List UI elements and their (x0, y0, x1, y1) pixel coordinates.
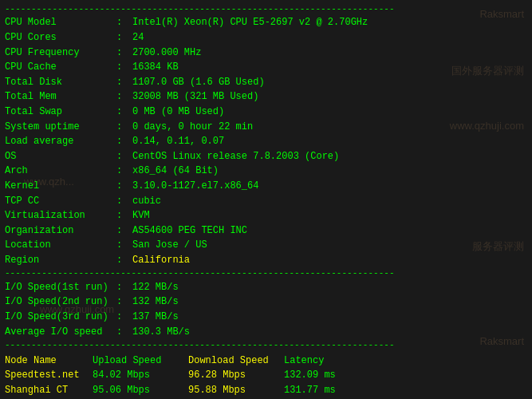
table-row: Shanghai CT95.06 Mbps95.88 Mbps131.77 ms (5, 383, 527, 398)
header-download: Download Speed (188, 354, 284, 369)
io-avg-row: Average I/O speed : 130.3 MB/s (5, 325, 527, 340)
cpu-cores-label: CPU Cores (5, 30, 116, 45)
io-run1-row: I/O Speed(1st run) : 122 MB/s (5, 280, 527, 295)
kernel-value: 3.10.0-1127.el7.x86_64 (132, 179, 258, 194)
cell-node-name: Shanghai CT (5, 383, 93, 398)
total-swap-label: Total Swap (5, 105, 116, 120)
cell-node-name: Speedtest.net (5, 368, 93, 383)
arch-row: Arch : x86_64 (64 Bit) (5, 164, 527, 179)
io-avg-label: Average I/O speed (5, 325, 116, 340)
total-disk-row: Total Disk : 1107.0 GB (1.6 GB Used) (5, 75, 527, 90)
org-label: Organization (5, 223, 116, 239)
network-table: Node Name Upload Speed Download Speed La… (5, 354, 527, 399)
org-value: AS54600 PEG TECH INC (132, 223, 247, 239)
cpu-cache-value: 16384 KB (132, 60, 179, 75)
kernel-label: Kernel (5, 179, 116, 194)
header-upload: Upload Speed (93, 354, 188, 369)
os-value: CentOS Linux release 7.8.2003 (Core) (132, 149, 339, 164)
io-run3-value: 137 MB/s (132, 310, 179, 325)
total-mem-row: Total Mem : 32008 MB (321 MB Used) (5, 89, 527, 105)
cell-download: 95.88 Mbps (188, 383, 284, 398)
load-label: Load average (5, 134, 116, 149)
cell-latency: 132.09 ms (284, 368, 356, 383)
io-run2-row: I/O Speed(2nd run) : 132 MB/s (5, 294, 527, 310)
location-label: Location (5, 238, 116, 253)
uptime-value: 0 days, 0 hour 22 min (132, 120, 253, 135)
cpu-cores-row: CPU Cores : 24 (5, 30, 527, 45)
io-run2-value: 132 MB/s (132, 294, 179, 310)
tcp-label: TCP CC (5, 194, 116, 209)
virt-label: Virtualization (5, 208, 116, 223)
cpu-model-label: CPU Model (5, 15, 116, 30)
cpu-model-value: Intel(R) Xeon(R) CPU E5-2697 v2 @ 2.70GH… (132, 15, 368, 30)
divider-mid1: ----------------------------------------… (5, 267, 527, 279)
table-rows: Speedtest.net84.02 Mbps96.28 Mbps132.09 … (5, 368, 527, 399)
cell-upload: 84.02 Mbps (93, 368, 188, 383)
uptime-row: System uptime : 0 days, 0 hour 22 min (5, 120, 527, 135)
cpu-freq-label: CPU Frequency (5, 45, 116, 61)
divider-top: ----------------------------------------… (5, 3, 527, 15)
cpu-model-row: CPU Model : Intel(R) Xeon(R) CPU E5-2697… (5, 15, 527, 30)
io-run1-value: 122 MB/s (132, 280, 179, 295)
total-swap-value: 0 MB (0 MB Used) (132, 105, 224, 120)
total-swap-row: Total Swap : 0 MB (0 MB Used) (5, 105, 527, 120)
cpu-freq-value: 2700.000 MHz (132, 45, 201, 61)
arch-label: Arch (5, 164, 116, 179)
io-run3-label: I/O Speed(3rd run) (5, 310, 116, 325)
main-container: ----------------------------------------… (0, 0, 532, 399)
region-value: California (132, 253, 190, 268)
kernel-row: Kernel : 3.10.0-1127.el7.x86_64 (5, 179, 527, 194)
io-avg-value: 130.3 MB/s (132, 325, 190, 340)
total-disk-label: Total Disk (5, 75, 116, 90)
virt-row: Virtualization : KVM (5, 208, 527, 223)
tcp-value: cubic (132, 194, 161, 209)
cpu-cores-value: 24 (132, 30, 144, 45)
header-node: Node Name (5, 354, 93, 369)
cpu-cache-row: CPU Cache : 16384 KB (5, 60, 527, 75)
virt-value: KVM (132, 208, 150, 223)
total-disk-value: 1107.0 GB (1.6 GB Used) (132, 75, 265, 90)
uptime-label: System uptime (5, 120, 116, 135)
region-label: Region (5, 253, 116, 268)
cell-upload: 95.06 Mbps (93, 383, 188, 398)
io-run3-row: I/O Speed(3rd run) : 137 MB/s (5, 310, 527, 325)
io-run2-label: I/O Speed(2nd run) (5, 294, 116, 310)
load-value: 0.14, 0.11, 0.07 (132, 134, 224, 149)
io-run1-label: I/O Speed(1st run) (5, 280, 116, 295)
total-mem-value: 32008 MB (321 MB Used) (132, 89, 258, 105)
os-label: OS (5, 149, 116, 164)
arch-value: x86_64 (64 Bit) (132, 164, 219, 179)
region-row: Region : California (5, 253, 527, 268)
header-latency: Latency (284, 354, 356, 369)
cell-download: 96.28 Mbps (188, 368, 284, 383)
location-row: Location : San Jose / US (5, 238, 527, 253)
cell-latency: 131.77 ms (284, 383, 356, 398)
cpu-freq-row: CPU Frequency : 2700.000 MHz (5, 45, 527, 61)
tcp-row: TCP CC : cubic (5, 194, 527, 209)
total-mem-label: Total Mem (5, 89, 116, 105)
location-value: San Jose / US (132, 238, 207, 253)
os-row: OS : CentOS Linux release 7.8.2003 (Core… (5, 149, 527, 164)
cpu-cache-label: CPU Cache (5, 60, 116, 75)
load-row: Load average : 0.14, 0.11, 0.07 (5, 134, 527, 149)
divider-mid2: ----------------------------------------… (5, 339, 527, 351)
table-row: Speedtest.net84.02 Mbps96.28 Mbps132.09 … (5, 368, 527, 383)
table-header-row: Node Name Upload Speed Download Speed La… (5, 354, 527, 369)
org-row: Organization : AS54600 PEG TECH INC (5, 223, 527, 239)
